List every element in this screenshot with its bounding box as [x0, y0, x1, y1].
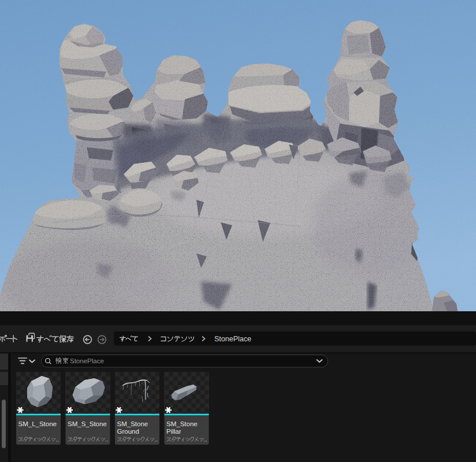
svg-text:Pillar: Pillar — [166, 428, 181, 435]
svg-text:SM_L_Stone: SM_L_Stone — [18, 420, 57, 427]
svg-text:StonePlace: StonePlace — [70, 357, 104, 364]
svg-text:StonePlace: StonePlace — [214, 335, 251, 343]
svg-text:SM_Stone: SM_Stone — [166, 420, 198, 427]
svg-text:SM_Stone: SM_Stone — [117, 420, 148, 427]
svg-text:Ground: Ground — [117, 428, 139, 435]
svg-text:SM_S_Stone: SM_S_Stone — [68, 420, 107, 427]
